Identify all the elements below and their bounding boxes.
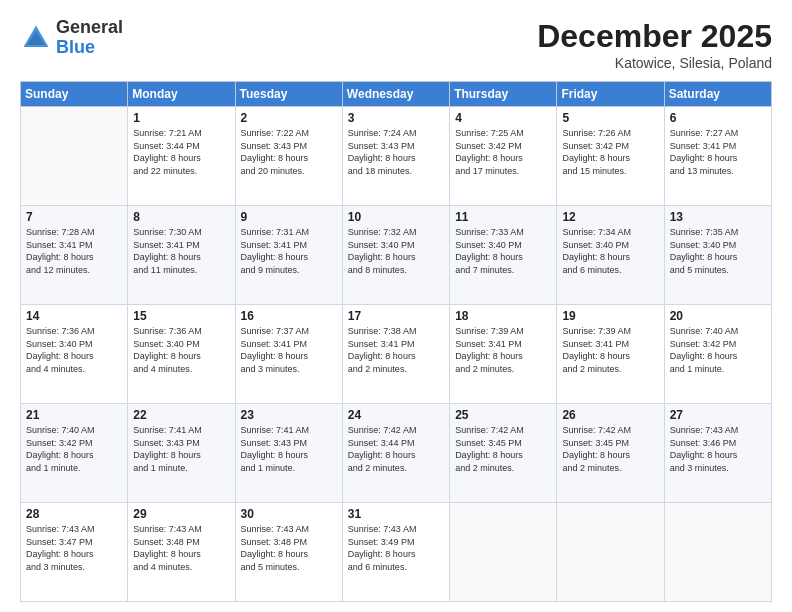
day-number: 26 [562, 408, 658, 422]
day-number: 14 [26, 309, 122, 323]
day-number: 29 [133, 507, 229, 521]
day-cell: 22Sunrise: 7:41 AMSunset: 3:43 PMDayligh… [128, 404, 235, 503]
col-monday: Monday [128, 82, 235, 107]
day-info: Sunrise: 7:32 AMSunset: 3:40 PMDaylight:… [348, 226, 444, 276]
day-number: 30 [241, 507, 337, 521]
day-info: Sunrise: 7:25 AMSunset: 3:42 PMDaylight:… [455, 127, 551, 177]
day-number: 22 [133, 408, 229, 422]
day-cell: 7Sunrise: 7:28 AMSunset: 3:41 PMDaylight… [21, 206, 128, 305]
day-cell: 4Sunrise: 7:25 AMSunset: 3:42 PMDaylight… [450, 107, 557, 206]
day-info: Sunrise: 7:42 AMSunset: 3:45 PMDaylight:… [562, 424, 658, 474]
day-info: Sunrise: 7:43 AMSunset: 3:46 PMDaylight:… [670, 424, 766, 474]
day-number: 10 [348, 210, 444, 224]
col-tuesday: Tuesday [235, 82, 342, 107]
day-cell [450, 503, 557, 602]
week-row-3: 14Sunrise: 7:36 AMSunset: 3:40 PMDayligh… [21, 305, 772, 404]
day-number: 11 [455, 210, 551, 224]
day-cell: 23Sunrise: 7:41 AMSunset: 3:43 PMDayligh… [235, 404, 342, 503]
week-row-5: 28Sunrise: 7:43 AMSunset: 3:47 PMDayligh… [21, 503, 772, 602]
day-cell: 24Sunrise: 7:42 AMSunset: 3:44 PMDayligh… [342, 404, 449, 503]
week-row-1: 1Sunrise: 7:21 AMSunset: 3:44 PMDaylight… [21, 107, 772, 206]
day-info: Sunrise: 7:39 AMSunset: 3:41 PMDaylight:… [455, 325, 551, 375]
logo-general: General [56, 17, 123, 37]
day-number: 8 [133, 210, 229, 224]
day-cell: 31Sunrise: 7:43 AMSunset: 3:49 PMDayligh… [342, 503, 449, 602]
day-cell: 6Sunrise: 7:27 AMSunset: 3:41 PMDaylight… [664, 107, 771, 206]
location-subtitle: Katowice, Silesia, Poland [537, 55, 772, 71]
day-info: Sunrise: 7:43 AMSunset: 3:49 PMDaylight:… [348, 523, 444, 573]
day-number: 7 [26, 210, 122, 224]
week-row-2: 7Sunrise: 7:28 AMSunset: 3:41 PMDaylight… [21, 206, 772, 305]
day-cell: 3Sunrise: 7:24 AMSunset: 3:43 PMDaylight… [342, 107, 449, 206]
day-cell: 30Sunrise: 7:43 AMSunset: 3:48 PMDayligh… [235, 503, 342, 602]
day-number: 5 [562, 111, 658, 125]
day-cell [557, 503, 664, 602]
day-cell: 15Sunrise: 7:36 AMSunset: 3:40 PMDayligh… [128, 305, 235, 404]
day-cell: 26Sunrise: 7:42 AMSunset: 3:45 PMDayligh… [557, 404, 664, 503]
logo-icon [20, 22, 52, 54]
header-row: Sunday Monday Tuesday Wednesday Thursday… [21, 82, 772, 107]
logo: General Blue [20, 18, 123, 58]
page: General Blue December 2025 Katowice, Sil… [0, 0, 792, 612]
day-number: 12 [562, 210, 658, 224]
day-number: 19 [562, 309, 658, 323]
title-block: December 2025 Katowice, Silesia, Poland [537, 18, 772, 71]
day-cell: 28Sunrise: 7:43 AMSunset: 3:47 PMDayligh… [21, 503, 128, 602]
day-cell: 2Sunrise: 7:22 AMSunset: 3:43 PMDaylight… [235, 107, 342, 206]
day-number: 3 [348, 111, 444, 125]
calendar: Sunday Monday Tuesday Wednesday Thursday… [20, 81, 772, 602]
day-number: 24 [348, 408, 444, 422]
day-info: Sunrise: 7:38 AMSunset: 3:41 PMDaylight:… [348, 325, 444, 375]
day-number: 2 [241, 111, 337, 125]
day-info: Sunrise: 7:28 AMSunset: 3:41 PMDaylight:… [26, 226, 122, 276]
day-info: Sunrise: 7:36 AMSunset: 3:40 PMDaylight:… [133, 325, 229, 375]
header: General Blue December 2025 Katowice, Sil… [20, 18, 772, 71]
day-number: 20 [670, 309, 766, 323]
day-info: Sunrise: 7:42 AMSunset: 3:44 PMDaylight:… [348, 424, 444, 474]
day-number: 21 [26, 408, 122, 422]
day-number: 18 [455, 309, 551, 323]
day-cell: 27Sunrise: 7:43 AMSunset: 3:46 PMDayligh… [664, 404, 771, 503]
day-number: 25 [455, 408, 551, 422]
day-number: 9 [241, 210, 337, 224]
day-info: Sunrise: 7:43 AMSunset: 3:48 PMDaylight:… [133, 523, 229, 573]
day-cell [664, 503, 771, 602]
day-info: Sunrise: 7:42 AMSunset: 3:45 PMDaylight:… [455, 424, 551, 474]
logo-text: General Blue [56, 18, 123, 58]
day-number: 1 [133, 111, 229, 125]
day-number: 28 [26, 507, 122, 521]
col-wednesday: Wednesday [342, 82, 449, 107]
day-info: Sunrise: 7:27 AMSunset: 3:41 PMDaylight:… [670, 127, 766, 177]
day-cell: 12Sunrise: 7:34 AMSunset: 3:40 PMDayligh… [557, 206, 664, 305]
day-number: 31 [348, 507, 444, 521]
day-cell: 8Sunrise: 7:30 AMSunset: 3:41 PMDaylight… [128, 206, 235, 305]
day-number: 17 [348, 309, 444, 323]
col-saturday: Saturday [664, 82, 771, 107]
day-number: 27 [670, 408, 766, 422]
day-cell: 10Sunrise: 7:32 AMSunset: 3:40 PMDayligh… [342, 206, 449, 305]
day-number: 15 [133, 309, 229, 323]
day-cell: 20Sunrise: 7:40 AMSunset: 3:42 PMDayligh… [664, 305, 771, 404]
day-cell: 9Sunrise: 7:31 AMSunset: 3:41 PMDaylight… [235, 206, 342, 305]
day-number: 23 [241, 408, 337, 422]
day-info: Sunrise: 7:40 AMSunset: 3:42 PMDaylight:… [670, 325, 766, 375]
day-cell: 11Sunrise: 7:33 AMSunset: 3:40 PMDayligh… [450, 206, 557, 305]
col-thursday: Thursday [450, 82, 557, 107]
day-info: Sunrise: 7:26 AMSunset: 3:42 PMDaylight:… [562, 127, 658, 177]
day-info: Sunrise: 7:30 AMSunset: 3:41 PMDaylight:… [133, 226, 229, 276]
day-info: Sunrise: 7:31 AMSunset: 3:41 PMDaylight:… [241, 226, 337, 276]
day-info: Sunrise: 7:43 AMSunset: 3:48 PMDaylight:… [241, 523, 337, 573]
day-cell: 14Sunrise: 7:36 AMSunset: 3:40 PMDayligh… [21, 305, 128, 404]
day-cell: 5Sunrise: 7:26 AMSunset: 3:42 PMDaylight… [557, 107, 664, 206]
day-info: Sunrise: 7:41 AMSunset: 3:43 PMDaylight:… [241, 424, 337, 474]
day-number: 16 [241, 309, 337, 323]
day-number: 13 [670, 210, 766, 224]
day-number: 4 [455, 111, 551, 125]
day-cell: 29Sunrise: 7:43 AMSunset: 3:48 PMDayligh… [128, 503, 235, 602]
day-cell: 21Sunrise: 7:40 AMSunset: 3:42 PMDayligh… [21, 404, 128, 503]
day-info: Sunrise: 7:35 AMSunset: 3:40 PMDaylight:… [670, 226, 766, 276]
day-info: Sunrise: 7:24 AMSunset: 3:43 PMDaylight:… [348, 127, 444, 177]
day-info: Sunrise: 7:36 AMSunset: 3:40 PMDaylight:… [26, 325, 122, 375]
day-cell: 13Sunrise: 7:35 AMSunset: 3:40 PMDayligh… [664, 206, 771, 305]
day-cell: 18Sunrise: 7:39 AMSunset: 3:41 PMDayligh… [450, 305, 557, 404]
